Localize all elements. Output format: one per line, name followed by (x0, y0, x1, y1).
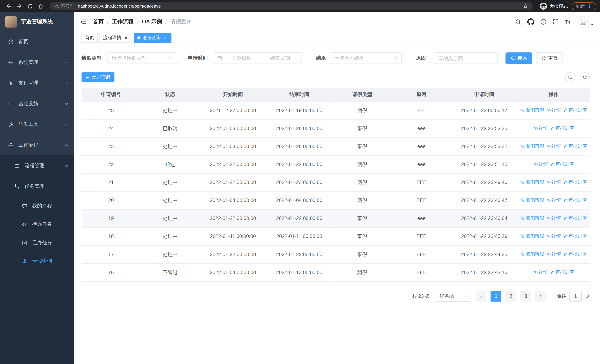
cell-apply-id: 18 (82, 227, 141, 245)
create-leave-button[interactable]: 发起请假 (82, 72, 114, 82)
tab-process-detail[interactable]: 流程详情× (100, 33, 132, 43)
action-approval-progress[interactable]: 审批进度 (563, 179, 587, 186)
action-detail[interactable]: 详情 (546, 251, 561, 257)
action-cancel-leave[interactable]: 取消请假 (520, 107, 544, 114)
action-approval-progress[interactable]: 审批进度 (563, 197, 587, 204)
browser-reload-icon[interactable] (25, 1, 35, 11)
search-toggle-button[interactable] (565, 72, 575, 82)
page-number-2[interactable]: 2 (506, 291, 516, 301)
next-page-button[interactable] (535, 291, 546, 301)
bookmark-star-icon[interactable] (523, 4, 528, 9)
avatar[interactable] (577, 16, 589, 28)
action-cancel-leave[interactable]: 取消请假 (520, 215, 544, 222)
sidebar-item-system[interactable]: 系统管理 (0, 52, 74, 73)
col-apply-time: 申请时间 (451, 88, 517, 101)
end-date-placeholder: 结束日期 (262, 55, 298, 62)
action-detail[interactable]: 详情 (533, 125, 548, 131)
action-detail[interactable]: 详情 (533, 269, 548, 275)
cell-apply-id: 20 (82, 191, 141, 209)
sidebar-item-done-task[interactable]: 已办任务 (0, 233, 74, 252)
sidebar-item-label: 任务管理 (24, 183, 64, 190)
close-icon[interactable]: × (163, 35, 168, 40)
tab-home[interactable]: 首页 (82, 33, 98, 43)
address-bar[interactable]: 不安全 dashboard.yudao.iocoder.cn/bpm/oa/le… (50, 2, 533, 10)
page-number-3[interactable]: 3 (521, 291, 531, 301)
page-number-1[interactable]: 1 (490, 291, 501, 301)
browser-forward-icon[interactable] (14, 1, 24, 11)
apply-time-range-picker[interactable]: 开始日期 - 结束日期 (213, 52, 302, 64)
action-approval-progress[interactable]: 审批进度 (563, 107, 587, 114)
security-indicator[interactable]: 不安全 (54, 3, 74, 9)
sidebar-item-process-mgmt[interactable]: 流程管理 (0, 155, 74, 176)
browser-back-icon[interactable] (4, 1, 13, 11)
sidebar-item-payment[interactable]: 支付管理 (0, 73, 74, 93)
start-date-placeholder: 开始日期 (224, 55, 259, 62)
update-button[interactable]: 更新 ⋮ (572, 2, 596, 10)
breadcrumb-item[interactable]: 工作流程 (112, 18, 134, 25)
result-select[interactable]: 请选择流结果 (330, 52, 402, 64)
chat-icon (21, 203, 28, 209)
action-cancel-leave[interactable]: 取消请假 (520, 233, 544, 239)
reason-input[interactable] (434, 52, 498, 64)
leave-type-select[interactable]: 请选择请假类型 (107, 52, 177, 64)
action-approval-progress[interactable]: 审批进度 (550, 161, 574, 168)
help-icon[interactable]: ? (540, 19, 546, 25)
hamburger-icon[interactable] (80, 18, 87, 25)
action-detail[interactable]: 详情 (546, 179, 561, 186)
apply-time-label: 申请时间 (188, 55, 208, 62)
search-icon[interactable] (515, 19, 521, 25)
action-label: 详情 (539, 125, 548, 131)
tab-leave-query[interactable]: 请假查询× (134, 33, 171, 43)
prev-page-button[interactable] (476, 291, 487, 301)
font-size-icon[interactable]: TT (565, 19, 571, 25)
action-detail[interactable]: 详情 (546, 107, 561, 114)
sidebar-item-home[interactable]: 首页 (0, 31, 74, 52)
eye-icon (546, 216, 551, 221)
action-approval-progress[interactable]: 审批进度 (563, 251, 587, 257)
eye-icon (533, 270, 538, 274)
action-approval-progress[interactable]: 审批进度 (550, 269, 574, 275)
tab-label: 请假查询 (142, 35, 161, 41)
sidebar-item-devtools[interactable]: 研发工具 (0, 114, 74, 135)
page-size-select[interactable]: 10条/页 (436, 291, 471, 301)
action-detail[interactable]: 详情 (546, 197, 561, 204)
action-cancel-leave[interactable]: 取消请假 (520, 179, 544, 186)
sidebar-item-my-process[interactable]: 我的流程 (0, 197, 74, 215)
close-icon[interactable]: × (123, 35, 129, 40)
github-icon[interactable] (527, 18, 534, 25)
action-cancel-leave[interactable]: 取消请假 (520, 197, 544, 204)
fullscreen-icon[interactable] (553, 19, 559, 25)
action-label: 取消请假 (526, 233, 544, 239)
breadcrumb-item[interactable]: 首页 (93, 18, 104, 25)
sidebar-item-leave-query[interactable]: 请假查询 (0, 252, 74, 270)
cell-reason: EEE (392, 263, 451, 281)
action-approval-progress[interactable]: 审批进度 (563, 233, 587, 239)
cell-start-time: 2022-01-03 00:00:00 (200, 119, 266, 137)
action-detail[interactable]: 详情 (546, 233, 561, 239)
search-icon (510, 56, 516, 61)
action-detail[interactable]: 详情 (533, 161, 548, 168)
browser-menu-icon[interactable]: ⋮ (587, 3, 592, 9)
action-detail[interactable]: 详情 (546, 215, 561, 222)
goto-page-input[interactable] (569, 291, 582, 301)
sidebar-item-infra[interactable]: 基础设施 (0, 93, 74, 114)
caret-down-icon[interactable] (590, 23, 594, 26)
action-label: 审批进度 (569, 233, 587, 239)
security-label: 不安全 (61, 3, 74, 9)
action-detail[interactable]: 详情 (546, 143, 561, 149)
action-cancel-leave[interactable]: 取消请假 (520, 143, 544, 149)
refresh-table-button[interactable] (580, 72, 590, 82)
chevron-down-icon (64, 81, 69, 85)
sidebar-item-workflow[interactable]: 工作流程 (0, 135, 74, 156)
action-approval-progress[interactable]: 审批进度 (550, 125, 574, 131)
browser-home-icon[interactable] (36, 1, 45, 11)
sidebar-item-task-mgmt[interactable]: 任务管理 (0, 176, 74, 197)
action-approval-progress[interactable]: 审批进度 (563, 215, 587, 222)
reset-button[interactable]: 重置 (536, 52, 563, 64)
action-cancel-leave[interactable]: 取消请假 (520, 251, 544, 257)
search-button[interactable]: 搜索 (506, 52, 532, 64)
sidebar-item-todo-task[interactable]: 待办任务 (0, 215, 74, 233)
breadcrumb-item[interactable]: OA 示例 (142, 18, 162, 25)
cell-end-time: 2022-01-26 00:00:00 (266, 119, 332, 137)
action-approval-progress[interactable]: 审批进度 (563, 143, 587, 149)
